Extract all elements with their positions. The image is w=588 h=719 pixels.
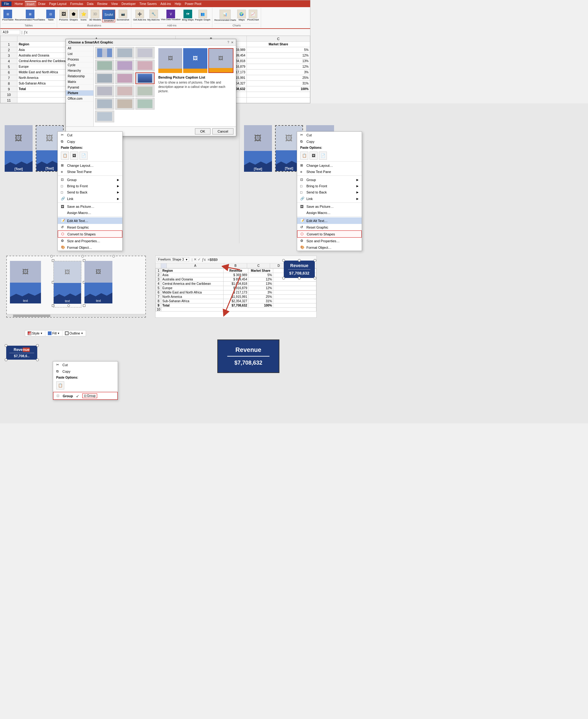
ctx3-copy[interactable]: ⧉ Copy	[53, 368, 118, 374]
recommended-pivot-button[interactable]: ⊠ Recommended PivotTables	[15, 9, 45, 21]
maps-button[interactable]: 🌍 Maps	[237, 9, 246, 21]
toolbar-style[interactable]: Style ▼	[25, 330, 45, 336]
layout-thumb-7[interactable]	[95, 73, 114, 84]
layout-thumb-6[interactable]	[135, 60, 154, 71]
ctx2-bring-to-front[interactable]: □ Bring to Front ▶	[297, 183, 362, 189]
ctx1-cut[interactable]: ✂ Cut	[58, 132, 122, 138]
ctx2-copy[interactable]: ⧉ Copy	[297, 138, 362, 145]
name-box-dropdown[interactable]: ▼	[185, 258, 188, 261]
tab-help[interactable]: Help	[173, 2, 183, 6]
smartart-button[interactable]: SmArt SmartArt	[102, 9, 115, 22]
layout-thumb-10[interactable]	[95, 85, 114, 97]
paste-btn-c1[interactable]: 📋	[56, 382, 64, 389]
ctx1-edit-alt-text[interactable]: 📝 Edit Alt Text…	[58, 218, 122, 224]
visio-button[interactable]: V Visio Data Visualizer	[161, 9, 181, 20]
layout-thumb-13[interactable]	[95, 98, 114, 110]
layout-thumb-11[interactable]	[115, 85, 134, 97]
ctx2-link[interactable]: 🔗 Link ▶	[297, 196, 362, 202]
ctx2-reset-graphic[interactable]: ↺ Reset Graphic	[297, 224, 362, 230]
tab-home[interactable]: Home	[13, 2, 25, 6]
group-button[interactable]: ⊡ Group	[82, 393, 97, 398]
ctx1-group[interactable]: ⊡ Group ▶	[58, 177, 122, 183]
layout-thumb-selected[interactable]	[135, 73, 154, 84]
pivotchart-button[interactable]: 📈 PivotChart	[247, 9, 259, 21]
ctx2-show-text-pane[interactable]: ≡ Show Text Pane	[297, 169, 362, 175]
ctx1-bring-to-front[interactable]: □ Bring to Front ▶	[58, 183, 122, 189]
category-all[interactable]: All	[66, 46, 93, 51]
tab-developer[interactable]: Developer	[120, 2, 138, 6]
get-addins-button[interactable]: ➕ Get Add-ins	[133, 9, 146, 21]
category-list[interactable]: List	[66, 51, 93, 57]
dialog-close-icon[interactable]: ✕	[231, 41, 233, 44]
ctx1-convert-to-shapes[interactable]: ⬡ Convert to Shapes	[58, 230, 122, 238]
layout-thumb-5[interactable]	[115, 60, 134, 71]
ctx1-assign-macro[interactable]: Assign Macro…	[58, 210, 122, 216]
ctx2-edit-alt-text[interactable]: 📝 Edit Alt Text…	[297, 218, 362, 224]
ctx1-change-layout[interactable]: ⊞ Change Layout…	[58, 162, 122, 169]
ctx2-cut[interactable]: ✂ Cut	[297, 132, 362, 138]
layout-thumb-8[interactable]	[115, 73, 134, 84]
shapes-button[interactable]: ⬟ Shapes	[69, 9, 78, 21]
paste-btn-r1[interactable]: 📋	[300, 151, 308, 160]
ctx3-cut[interactable]: ✂ Cut	[53, 362, 118, 368]
layout-thumb-1[interactable]	[95, 47, 114, 59]
paste-btn-3[interactable]: 📄	[80, 151, 87, 160]
confirm-formula-btn[interactable]: ✓	[198, 258, 201, 262]
name-box-2[interactable]: Freeform: Shape 3 ▼	[157, 257, 189, 262]
ctx2-size-properties[interactable]: ⚙ Size and Properties…	[297, 238, 362, 244]
tab-add-ins[interactable]: Add-ins	[159, 2, 173, 6]
tab-page-layout[interactable]: Page Layout	[47, 2, 68, 6]
paste-btn-1[interactable]: 📋	[61, 151, 69, 160]
dialog-help-icon[interactable]: ?	[227, 41, 229, 44]
paste-btn-r3[interactable]: 📄	[319, 151, 327, 160]
tab-power-pivot[interactable]: Power Pivot	[183, 2, 203, 6]
layout-thumb-14[interactable]	[115, 98, 134, 110]
formula-input[interactable]	[29, 30, 309, 34]
pivot-table-button[interactable]: ⊞ PivotTable	[2, 9, 14, 21]
ctx1-reset-graphic[interactable]: ↺ Reset Graphic	[58, 224, 122, 230]
layout-thumb-12[interactable]	[135, 85, 154, 97]
toolbar-outline[interactable]: Outline ▼	[62, 330, 86, 336]
ctx3-group[interactable]: ⊡ Group ↙ ⊡ Group	[53, 392, 118, 400]
ctx2-format-object[interactable]: 🎨 Format Object…	[297, 244, 362, 251]
category-hierarchy[interactable]: Hierarchy	[66, 68, 93, 74]
category-picture[interactable]: Picture	[66, 90, 93, 96]
layout-thumb-4[interactable]	[95, 60, 114, 71]
layout-thumb-16[interactable]	[95, 110, 114, 122]
scrollbar[interactable]	[7, 314, 145, 317]
layout-thumb-3[interactable]	[135, 47, 154, 59]
ctx2-change-layout[interactable]: ⊞ Change Layout…	[297, 162, 362, 169]
screenshot-button[interactable]: 📷 Screenshot	[117, 9, 129, 21]
my-addins-button[interactable]: 🔧 My Add-ins	[147, 9, 160, 21]
paste-btn-r2[interactable]: 🖼	[310, 151, 318, 160]
dialog-cancel-button[interactable]: Cancel	[212, 128, 233, 135]
ctx1-show-text-pane[interactable]: ≡ Show Text Pane	[58, 169, 122, 175]
ctx2-group[interactable]: ⊡ Group ▶	[297, 177, 362, 183]
cancel-formula-btn[interactable]: ✕	[194, 258, 196, 262]
tab-draw[interactable]: Draw	[36, 2, 47, 6]
tab-data[interactable]: Data	[85, 2, 95, 6]
bing-maps-button[interactable]: 🗺 Bing Maps	[182, 9, 194, 21]
ctx1-send-to-back[interactable]: □ Send to Back ▶	[58, 189, 122, 196]
category-pyramid[interactable]: Pyramid	[66, 85, 93, 90]
ctx1-save-as-picture[interactable]: 🖼 Save as Picture…	[58, 203, 122, 210]
people-graph-button[interactable]: 👥 People Graph	[195, 9, 210, 21]
tab-formulas[interactable]: Formulas	[68, 2, 85, 6]
layout-thumb-2[interactable]	[115, 47, 134, 59]
ctx1-size-properties[interactable]: ⚙ Size and Properties…	[58, 238, 122, 244]
tab-review[interactable]: Review	[95, 2, 109, 6]
scrollbar-thumb[interactable]	[13, 315, 50, 317]
category-officecom[interactable]: Office.com	[66, 96, 93, 102]
file-tab[interactable]: File	[2, 2, 12, 6]
table-button[interactable]: ⊟ Table	[46, 9, 55, 21]
toolbar-fill[interactable]: Fill ▼	[45, 330, 62, 336]
layout-thumb-15[interactable]	[135, 98, 154, 110]
recommended-charts-button[interactable]: 📊 Recommended Charts	[214, 9, 236, 21]
ctx1-copy[interactable]: ⧉ Copy	[58, 138, 122, 145]
pictures-button[interactable]: 🖼 Pictures	[59, 9, 68, 21]
ctx2-save-as-picture[interactable]: 🖼 Save as Picture…	[297, 203, 362, 210]
ctx1-format-object[interactable]: 🎨 Format Object…	[58, 244, 122, 251]
dialog-ok-button[interactable]: OK	[195, 128, 210, 135]
ctx2-convert-to-shapes[interactable]: ⬡ Convert to Shapes	[297, 230, 362, 238]
category-relationship[interactable]: Relationship	[66, 74, 93, 79]
